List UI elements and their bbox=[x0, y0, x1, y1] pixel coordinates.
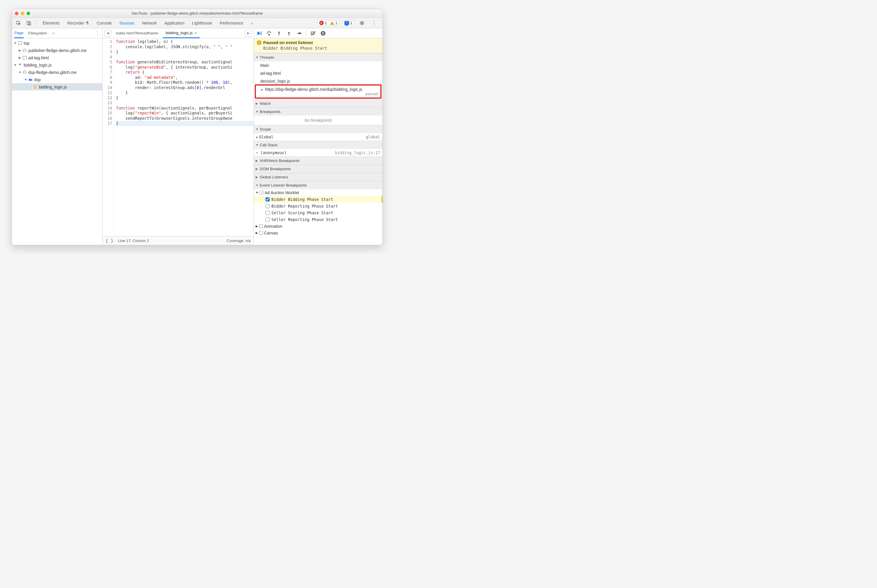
gear-icon bbox=[17, 63, 23, 68]
section-event-breakpoints[interactable]: ▼Event Listener Breakpoints bbox=[254, 181, 382, 189]
svg-rect-1 bbox=[27, 21, 30, 24]
device-toggle-icon[interactable] bbox=[24, 19, 34, 27]
cloud-icon bbox=[22, 70, 27, 75]
event-bp-checkbox[interactable] bbox=[266, 204, 270, 208]
thread-current-highlighted[interactable]: https://dsp-fledge-demo.glitch.me/dsp/bi… bbox=[255, 84, 382, 99]
section-dom[interactable]: ▶DOM Breakpoints bbox=[254, 165, 382, 173]
event-group-animation[interactable]: ▶Animation bbox=[254, 223, 382, 230]
editor-tab-index[interactable]: index.html?fencedframe bbox=[113, 28, 161, 38]
section-scope[interactable]: ▼Scope bbox=[254, 125, 382, 133]
step-icon[interactable] bbox=[296, 30, 302, 36]
navtab-more-icon[interactable]: » bbox=[52, 28, 55, 38]
tree-origin-publisher[interactable]: ▶publisher-fledge-demo.glitch.me bbox=[12, 47, 102, 54]
callstack-frame-0[interactable]: ➤(anonymous)bidding_logic.js:17 bbox=[254, 149, 382, 156]
window-title: DevTools - publisher-fledge-demo.glitch.… bbox=[12, 11, 382, 15]
svg-point-7 bbox=[288, 34, 289, 35]
event-bp-bidder-reporting-start[interactable]: Bidder Reporting Phase Start bbox=[254, 202, 382, 209]
tab-network[interactable]: Network bbox=[141, 21, 158, 26]
navtab-kebab-icon[interactable]: ⋮ bbox=[95, 30, 100, 36]
frame-icon bbox=[22, 56, 27, 60]
editor-statusbar: { } Line 17, Column 2 Coverage: n/a bbox=[102, 236, 254, 245]
close-tab-icon[interactable]: × bbox=[194, 30, 197, 35]
info-icon: i bbox=[257, 40, 262, 45]
devtools-window: DevTools - publisher-fledge-demo.glitch.… bbox=[12, 9, 383, 245]
thread-adtag[interactable]: ad-tag.html bbox=[254, 69, 382, 77]
run-snippet-icon[interactable]: ▶ bbox=[245, 30, 252, 37]
inspect-element-icon[interactable] bbox=[14, 19, 23, 27]
svg-point-6 bbox=[278, 34, 279, 35]
tree-adtag-frame[interactable]: ▶ad-tag.html bbox=[12, 54, 102, 61]
resume-icon[interactable] bbox=[256, 30, 262, 36]
tree-origin-dsp[interactable]: ▼dsp-fledge-demo.glitch.me bbox=[12, 69, 102, 76]
event-bp-seller-reporting-start[interactable]: Seller Reporting Phase Start bbox=[254, 216, 382, 223]
settings-icon[interactable] bbox=[357, 19, 367, 27]
pause-exceptions-icon[interactable] bbox=[320, 30, 326, 36]
event-group-ad-auction[interactable]: ▼−Ad Auction Worklet bbox=[254, 189, 382, 196]
no-breakpoints-label: No breakpoints bbox=[254, 116, 382, 125]
section-xhr[interactable]: ▶XHR/fetch Breakpoints bbox=[254, 157, 382, 165]
step-out-icon[interactable] bbox=[286, 30, 292, 36]
code-editor[interactable]: 1234567891011121314151617 function log(l… bbox=[102, 38, 254, 236]
line-gutter: 1234567891011121314151617 bbox=[102, 38, 114, 236]
section-watch[interactable]: ▶Watch bbox=[254, 99, 382, 108]
tree-worklet-bidding[interactable]: ▼bidding_logic.js bbox=[12, 61, 102, 69]
tree-folder-dsp[interactable]: ▼dsp bbox=[12, 76, 102, 83]
cursor-position: Line 17, Column 2 bbox=[118, 238, 149, 243]
section-breakpoints[interactable]: ▼Breakpoints bbox=[254, 108, 382, 116]
titlebar: DevTools - publisher-fledge-demo.glitch.… bbox=[12, 9, 382, 18]
step-over-icon[interactable] bbox=[266, 30, 272, 36]
section-global-listeners[interactable]: ▶Global Listeners bbox=[254, 173, 382, 181]
navigator-panel: Page Filesystem » ⋮ ▼top ▶publisher-fled… bbox=[12, 28, 102, 245]
frame-icon bbox=[17, 41, 23, 45]
event-bp-bidder-bidding-start[interactable]: Bidder Bidding Phase Start bbox=[254, 196, 382, 202]
more-tabs-icon[interactable]: » bbox=[250, 21, 254, 26]
cloud-icon bbox=[22, 48, 27, 53]
tab-lighthouse[interactable]: Lighthouse bbox=[192, 21, 213, 26]
navtab-page[interactable]: Page bbox=[14, 28, 24, 38]
folder-icon bbox=[28, 77, 33, 82]
editor-tab-bidding[interactable]: bidding_logic.js× bbox=[163, 28, 200, 38]
svg-point-8 bbox=[300, 33, 301, 34]
thread-decision[interactable]: decision_logic.js bbox=[254, 77, 382, 85]
kebab-menu-icon[interactable]: ⋮ bbox=[370, 19, 379, 27]
debugger-panel: iPaused on event listener Bidder Bidding… bbox=[254, 28, 382, 245]
file-icon bbox=[32, 85, 38, 89]
tab-performance[interactable]: Performance bbox=[219, 21, 244, 26]
deactivate-breakpoints-icon[interactable] bbox=[310, 30, 316, 36]
main-toolbar: Elements Recorder⚗ Console Sources Netwo… bbox=[12, 18, 382, 28]
tree-frame-top[interactable]: ▼top bbox=[12, 39, 102, 47]
step-into-icon[interactable] bbox=[276, 30, 282, 36]
tab-console[interactable]: Console bbox=[96, 21, 112, 26]
pretty-print-icon[interactable]: { } bbox=[105, 238, 113, 243]
section-callstack[interactable]: ▼Call Stack bbox=[254, 141, 382, 149]
svg-point-9 bbox=[321, 31, 325, 36]
tab-application[interactable]: Application bbox=[164, 21, 185, 26]
code-area[interactable]: function log(label, o) { console.log(lab… bbox=[114, 38, 254, 236]
event-bp-checkbox[interactable] bbox=[266, 218, 270, 222]
paused-banner: iPaused on event listener Bidder Bidding… bbox=[254, 38, 382, 53]
section-threads[interactable]: ▼Threads bbox=[254, 53, 382, 61]
tab-elements[interactable]: Elements bbox=[42, 21, 60, 26]
thread-main[interactable]: Main bbox=[254, 61, 382, 69]
debug-controls bbox=[254, 28, 382, 38]
tab-sources[interactable]: Sources bbox=[119, 21, 135, 26]
event-bp-checkbox[interactable] bbox=[266, 211, 270, 215]
navtab-filesystem[interactable]: Filesystem bbox=[29, 28, 47, 38]
event-bp-seller-scoring-start[interactable]: Seller Scoring Phase Start bbox=[254, 209, 382, 216]
error-count[interactable]: ✕1 1 bbox=[317, 20, 340, 26]
event-group-canvas[interactable]: ▶Canvas bbox=[254, 230, 382, 236]
event-bp-checkbox[interactable] bbox=[266, 197, 270, 201]
coverage-status: Coverage: n/a bbox=[227, 238, 251, 243]
svg-point-5 bbox=[268, 34, 269, 35]
issues-count[interactable]: !1 bbox=[342, 20, 354, 26]
nav-back-icon[interactable]: ◀ bbox=[104, 30, 111, 37]
tab-recorder[interactable]: Recorder⚗ bbox=[66, 21, 90, 26]
flask-icon: ⚗ bbox=[85, 21, 89, 26]
editor-panel: ◀ index.html?fencedframe bidding_logic.j… bbox=[102, 28, 254, 245]
tree-file-bidding-logic[interactable]: bidding_logic.js bbox=[12, 83, 102, 90]
svg-rect-11 bbox=[323, 32, 324, 34]
file-tree: ▼top ▶publisher-fledge-demo.glitch.me ▶a… bbox=[12, 38, 102, 245]
scope-global[interactable]: ▶Globalglobal bbox=[254, 133, 382, 141]
warning-icon bbox=[330, 21, 334, 25]
main-content: Page Filesystem » ⋮ ▼top ▶publisher-fled… bbox=[12, 28, 382, 245]
